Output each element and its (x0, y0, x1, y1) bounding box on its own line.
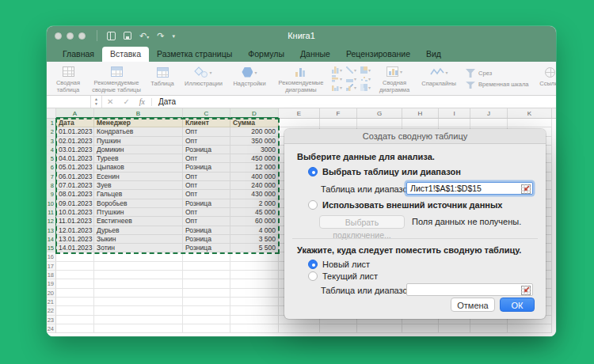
chart-type-icon-4[interactable]: ▾ (346, 75, 356, 82)
cell-G24[interactable] (357, 324, 402, 333)
row-header-4[interactable]: 4 (47, 146, 56, 154)
row-header-2[interactable]: 2 (47, 127, 56, 136)
cell-C7[interactable]: Опт (183, 173, 230, 181)
chart-type-icon-3[interactable]: ▾ (332, 75, 342, 82)
select-all-corner[interactable] (47, 108, 56, 118)
ribbon-button-временная-шкала[interactable]: Временная шкала (466, 80, 528, 89)
cell-C9[interactable]: Опт (183, 190, 230, 199)
cell-A22[interactable] (56, 306, 94, 315)
cell-B3[interactable]: Пушкин (94, 137, 183, 146)
cell-F24[interactable] (320, 324, 357, 333)
cell-C11[interactable]: Опт (183, 208, 230, 217)
cell-B13[interactable]: Дурьев (94, 226, 183, 235)
row-header-14[interactable]: 14 (47, 235, 56, 244)
chart-type-icon-2[interactable]: ▾ (360, 66, 371, 74)
cell-D5[interactable]: 450 000 (230, 154, 279, 163)
cell-D1[interactable]: Сумма (230, 119, 279, 127)
cell-D23[interactable] (230, 316, 279, 324)
cell-D10[interactable]: 2 000 (230, 199, 279, 208)
row-header-6[interactable]: 6 (47, 163, 56, 172)
cell-A11[interactable]: 10.01.2023 (56, 208, 94, 217)
ribbon-button-иллюстрации[interactable]: ▾Иллюстрации (181, 63, 226, 94)
row-header-22[interactable]: 22 (47, 306, 56, 315)
ok-button[interactable]: ОК (500, 298, 535, 312)
cell-B18[interactable] (94, 271, 183, 279)
tab-формулы[interactable]: Формулы (240, 47, 292, 62)
cell-D2[interactable]: 200 000 (230, 127, 279, 136)
cell-A15[interactable]: 14.01.2023 (56, 244, 94, 252)
row-header-19[interactable]: 19 (47, 279, 56, 288)
cell-I24[interactable] (439, 324, 470, 333)
row-header-10[interactable]: 10 (47, 199, 56, 208)
cell-D13[interactable]: 4 000 (230, 226, 279, 235)
cell-C12[interactable]: Опт (183, 217, 230, 226)
column-header-B[interactable]: B (94, 108, 183, 118)
column-header-J[interactable]: J (470, 108, 508, 118)
cell-D8[interactable]: 240 000 (230, 181, 279, 190)
row-header-9[interactable]: 9 (47, 190, 56, 199)
chart-type-icon-1[interactable]: ▾ (346, 66, 356, 74)
cell-F1[interactable] (320, 119, 357, 127)
tab-данные[interactable]: Данные (292, 47, 338, 62)
radio-existing-sheet[interactable] (308, 271, 318, 281)
name-box-stepper[interactable]: ▲▼ (91, 96, 102, 108)
chart-type-icon-6[interactable]: ▾ (332, 84, 342, 91)
row-header-21[interactable]: 21 (47, 298, 56, 306)
column-header-K[interactable]: K (508, 108, 552, 118)
cell-C14[interactable]: Розница (183, 235, 230, 244)
column-header-E[interactable]: E (279, 108, 320, 118)
column-header-G[interactable]: G (357, 108, 402, 118)
ribbon-button-рекомендуемые-диаграммы[interactable]: Рекомендуемые диаграммы (273, 63, 329, 94)
chart-type-icon-0[interactable]: ▾ (332, 66, 342, 74)
cell-B9[interactable]: Гальцев (94, 190, 183, 199)
cell-E24[interactable] (279, 324, 320, 333)
row-header-17[interactable]: 17 (47, 262, 56, 271)
range-input[interactable]: Лист1!$A$1:$D$15 (406, 182, 533, 195)
cell-B15[interactable]: Зотин (94, 244, 183, 252)
cell-E1[interactable] (279, 119, 320, 127)
cell-D18[interactable] (230, 271, 279, 279)
radio-select-table-range[interactable] (308, 167, 318, 176)
tab-рецензирование[interactable]: Рецензирование (338, 47, 418, 62)
cell-B6[interactable]: Цыпаков (94, 163, 183, 172)
row-header-16[interactable]: 16 (47, 252, 56, 261)
cell-B14[interactable]: Зыкин (94, 235, 183, 244)
cell-D3[interactable]: 350 000 (230, 137, 279, 146)
cell-A4[interactable]: 03.01.2023 (56, 146, 94, 154)
cell-B24[interactable] (94, 324, 183, 333)
cell-D16[interactable] (230, 252, 279, 261)
row-header-13[interactable]: 13 (47, 226, 56, 235)
cell-C3[interactable]: Опт (183, 137, 230, 146)
cell-A19[interactable] (56, 279, 94, 288)
ribbon-button-ссылка[interactable]: Ссылка (535, 63, 556, 94)
cell-C1[interactable]: Клиент (183, 119, 230, 127)
name-box[interactable] (47, 96, 91, 108)
cell-A18[interactable] (56, 271, 94, 279)
cell-B7[interactable]: Есенин (94, 173, 183, 181)
cell-A10[interactable]: 09.01.2023 (56, 199, 94, 208)
cell-D14[interactable]: 3 500 (230, 235, 279, 244)
cell-C21[interactable] (183, 298, 230, 306)
cell-B8[interactable]: Зуев (94, 181, 183, 190)
ribbon-button-сводная-диаграмма[interactable]: ▾Сводная диаграмма (374, 63, 415, 94)
column-header-A[interactable]: A (56, 108, 94, 118)
cell-C16[interactable] (183, 252, 230, 261)
cell-B11[interactable]: Птушкин (94, 208, 183, 217)
cell-A17[interactable] (56, 262, 94, 271)
row-header-23[interactable]: 23 (47, 316, 56, 324)
tab-вид[interactable]: Вид (418, 47, 449, 62)
cell-B23[interactable] (94, 316, 183, 324)
cell-A20[interactable] (56, 289, 94, 298)
cell-J24[interactable] (470, 324, 508, 333)
cell-A23[interactable] (56, 316, 94, 324)
choose-connection-button[interactable]: Выбрать подключение... (319, 215, 405, 229)
cell-C17[interactable] (183, 262, 230, 271)
cell-B20[interactable] (94, 289, 183, 298)
column-header-F[interactable]: F (320, 108, 357, 118)
cell-C22[interactable] (183, 306, 230, 315)
cell-A14[interactable]: 13.01.2023 (56, 235, 94, 244)
insert-function-icon[interactable]: fx (135, 97, 150, 106)
cell-D24[interactable] (230, 324, 279, 333)
row-header-12[interactable]: 12 (47, 217, 56, 226)
cell-A3[interactable]: 02.01.2023 (56, 137, 94, 146)
